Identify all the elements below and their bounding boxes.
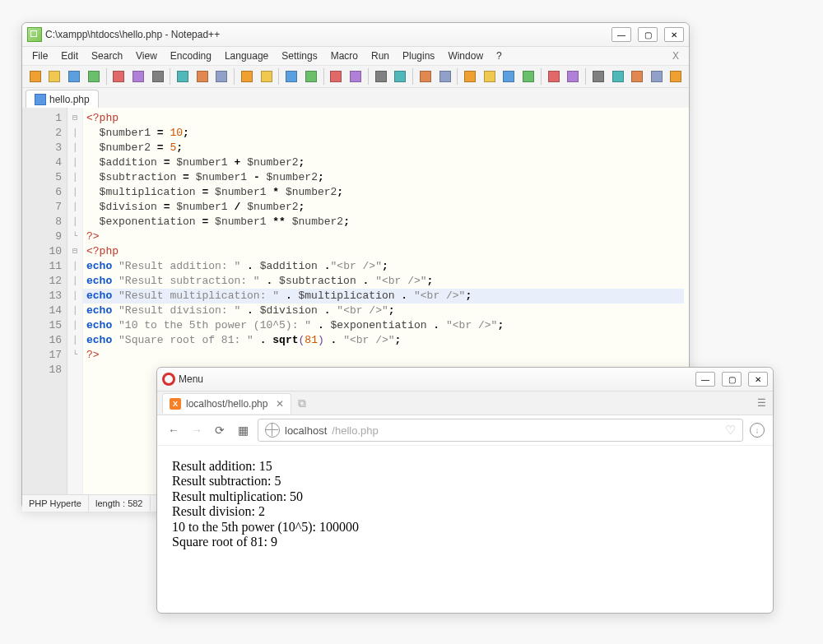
code-line[interactable]: echo "Result multiplication: " . $multip… bbox=[83, 289, 684, 303]
menu-edit[interactable]: Edit bbox=[54, 49, 85, 63]
menu-window[interactable]: Window bbox=[441, 49, 490, 63]
record-icon[interactable] bbox=[589, 67, 607, 86]
fold-glyph[interactable]: │ bbox=[67, 303, 82, 318]
fold-glyph[interactable]: │ bbox=[67, 289, 82, 303]
fold-glyph[interactable] bbox=[67, 363, 82, 378]
func-list-icon[interactable] bbox=[519, 67, 537, 86]
fold-glyph[interactable]: └ bbox=[67, 229, 82, 244]
folder-icon[interactable] bbox=[545, 67, 563, 86]
menu-macro[interactable]: Macro bbox=[324, 49, 365, 63]
play-icon[interactable] bbox=[628, 67, 646, 86]
browser-menu-icon[interactable]: ☰ bbox=[757, 397, 766, 409]
forward-button[interactable]: → bbox=[188, 422, 205, 438]
fold-glyph[interactable]: │ bbox=[67, 185, 82, 200]
wrap-icon[interactable] bbox=[416, 67, 435, 86]
sync-v-icon[interactable] bbox=[372, 67, 390, 86]
speed-dial-button[interactable]: ▦ bbox=[235, 422, 251, 438]
browser-close-button[interactable]: ✕ bbox=[748, 372, 768, 387]
menu-search[interactable]: Search bbox=[85, 49, 129, 63]
fold-glyph[interactable]: │ bbox=[67, 155, 82, 170]
code-line[interactable]: <?php bbox=[86, 244, 684, 259]
code-line[interactable]: echo "Square root of 81: " . sqrt(81) . … bbox=[86, 333, 684, 348]
close-icon[interactable] bbox=[109, 67, 128, 86]
code-line[interactable]: echo "Result subtraction: " . $subtracti… bbox=[86, 274, 684, 289]
new-tab-button[interactable]: ⧉ bbox=[298, 396, 306, 410]
code-line[interactable]: $addition = $number1 + $number2; bbox=[86, 155, 684, 170]
close-all-icon[interactable] bbox=[129, 67, 147, 86]
open-file-icon[interactable] bbox=[46, 67, 64, 86]
replace-icon[interactable] bbox=[302, 67, 320, 86]
back-button[interactable]: ← bbox=[165, 422, 182, 438]
code-line[interactable]: echo "Result division: " . $division . "… bbox=[86, 303, 684, 318]
paste-icon[interactable] bbox=[213, 67, 231, 86]
close-button[interactable]: ✕ bbox=[664, 27, 684, 42]
bookmark-icon[interactable]: ♡ bbox=[725, 423, 736, 438]
browser-menu-label[interactable]: Menu bbox=[175, 373, 695, 385]
fold-glyph[interactable]: │ bbox=[67, 274, 82, 289]
browser-minimize-button[interactable]: — bbox=[695, 372, 715, 387]
browser-titlebar[interactable]: Menu — ▢ ✕ bbox=[157, 368, 773, 391]
maximize-button[interactable]: ▢ bbox=[638, 27, 658, 42]
indent-guide-icon[interactable] bbox=[461, 67, 479, 86]
fold-glyph[interactable]: │ bbox=[67, 333, 82, 348]
code-line[interactable]: $number2 = 5; bbox=[86, 141, 684, 155]
minimize-button[interactable]: — bbox=[611, 27, 631, 42]
browser-maximize-button[interactable]: ▢ bbox=[722, 372, 742, 387]
menu-encoding[interactable]: Encoding bbox=[164, 49, 218, 63]
code-line[interactable]: $number1 = 10; bbox=[86, 126, 684, 141]
menu-file[interactable]: File bbox=[26, 49, 54, 63]
reload-button[interactable]: ⟳ bbox=[212, 422, 228, 438]
browser-tab[interactable]: X localhost/hello.php ✕ bbox=[162, 393, 291, 414]
find-icon[interactable] bbox=[282, 67, 300, 86]
code-line[interactable]: $subtraction = $number1 - $number2; bbox=[86, 170, 684, 185]
code-line[interactable]: $exponentiation = $number1 ** $number2; bbox=[86, 215, 684, 229]
tab-close-icon[interactable]: ✕ bbox=[276, 398, 284, 410]
code-line[interactable]: echo "10 to the 5th power (10^5): " . $e… bbox=[86, 318, 684, 333]
new-file-icon[interactable] bbox=[26, 67, 44, 86]
lang-icon[interactable] bbox=[481, 67, 499, 86]
redo-icon[interactable] bbox=[258, 67, 276, 86]
code-line[interactable]: $division = $number1 / $number2; bbox=[86, 200, 684, 215]
save-macro-icon[interactable] bbox=[667, 67, 686, 86]
print-icon[interactable] bbox=[149, 67, 167, 86]
play-multi-icon[interactable] bbox=[648, 67, 666, 86]
fold-glyph[interactable]: │ bbox=[67, 318, 82, 333]
whitespace-icon[interactable] bbox=[436, 67, 454, 86]
copy-icon[interactable] bbox=[193, 67, 212, 86]
fold-glyph[interactable]: │ bbox=[67, 170, 82, 185]
fold-glyph[interactable]: │ bbox=[67, 259, 82, 274]
code-line[interactable]: <?php bbox=[86, 111, 684, 126]
fold-glyph[interactable]: │ bbox=[67, 215, 82, 229]
sync-h-icon[interactable] bbox=[392, 67, 410, 86]
doc-map-icon[interactable] bbox=[500, 67, 518, 86]
menu-x[interactable]: X bbox=[666, 49, 686, 63]
file-tab-hello[interactable]: hello.php bbox=[26, 90, 99, 109]
save-all-icon[interactable] bbox=[85, 67, 103, 86]
menu-view[interactable]: View bbox=[129, 49, 164, 63]
stop-icon[interactable] bbox=[609, 67, 627, 86]
cut-icon[interactable] bbox=[174, 67, 192, 86]
fold-glyph[interactable]: │ bbox=[67, 141, 82, 155]
fold-glyph[interactable]: │ bbox=[67, 200, 82, 215]
code-line[interactable]: ?> bbox=[86, 348, 684, 363]
fold-glyph[interactable]: └ bbox=[67, 348, 82, 363]
fold-glyph[interactable]: ⊟ bbox=[67, 244, 82, 259]
monitor-icon[interactable] bbox=[564, 67, 582, 86]
undo-icon[interactable] bbox=[238, 67, 256, 86]
menu-help[interactable]: ? bbox=[490, 49, 509, 63]
fold-glyph[interactable]: ⊟ bbox=[67, 111, 82, 126]
save-icon[interactable] bbox=[65, 67, 83, 86]
zoom-out-icon[interactable] bbox=[346, 67, 365, 86]
url-input[interactable]: localhost/hello.php ♡ bbox=[258, 419, 743, 442]
fold-glyph[interactable]: │ bbox=[67, 126, 82, 141]
menu-language[interactable]: Language bbox=[218, 49, 275, 63]
fold-column[interactable]: ⊟│││││││└⊟││││││└ bbox=[67, 108, 83, 494]
zoom-in-icon[interactable] bbox=[328, 67, 346, 86]
menu-run[interactable]: Run bbox=[365, 49, 396, 63]
menu-plugins[interactable]: Plugins bbox=[396, 49, 441, 63]
code-line[interactable]: $multiplication = $number1 * $number2; bbox=[86, 185, 684, 200]
code-line[interactable]: echo "Result addition: " . $addition ."<… bbox=[86, 259, 684, 274]
code-line[interactable]: ?> bbox=[86, 229, 684, 244]
npp-titlebar[interactable]: C:\xampp\htdocs\hello.php - Notepad++ — … bbox=[22, 23, 689, 47]
downloads-icon[interactable]: ↓ bbox=[750, 423, 765, 438]
